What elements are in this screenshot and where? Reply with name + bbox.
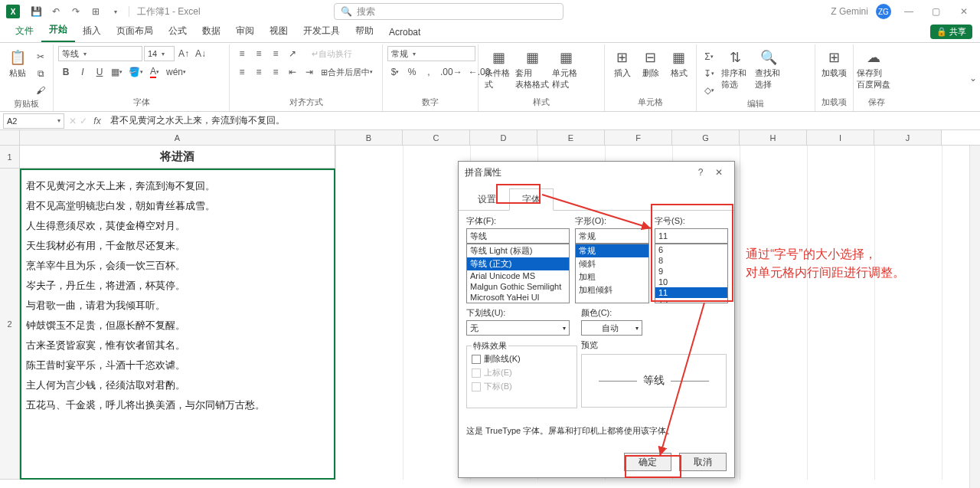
tab-home[interactable]: 开始 (41, 20, 75, 42)
col-header-b[interactable]: B (335, 130, 403, 145)
format-painter-button[interactable]: 🖌 (33, 83, 48, 98)
strikethrough-checkbox[interactable]: 删除线(K) (472, 353, 572, 365)
close-button[interactable]: ✕ (954, 2, 974, 21)
comma-button[interactable]: , (421, 64, 436, 80)
list-item[interactable]: 等线 Light (标题) (467, 244, 569, 257)
fill-color-button[interactable]: 🪣▾ (126, 64, 145, 80)
list-item[interactable]: 10 (655, 277, 727, 287)
formula-input[interactable]: 君不见黄河之水天上来，奔流到海不复回。 (106, 114, 980, 127)
list-item[interactable]: 常规 (576, 244, 648, 257)
cell-styles-button[interactable]: ▦单元格样式 (550, 46, 581, 93)
list-item[interactable]: Malgun Gothic Semilight (467, 281, 569, 292)
tab-layout[interactable]: 页面布局 (109, 21, 161, 42)
addins-button[interactable]: ⊞加载项 (820, 46, 848, 82)
qat-more-icon[interactable]: ⊞ (87, 2, 105, 21)
dialog-titlebar[interactable]: 拼音属性 ? ✕ (459, 162, 734, 183)
dialog-help-button[interactable]: ? (691, 167, 710, 178)
delete-button[interactable]: ⊟删除 (638, 46, 663, 82)
paste-button[interactable]: 📋 粘贴 (5, 46, 30, 82)
autosum-button[interactable]: Σ▾ (701, 49, 717, 64)
copy-button[interactable]: ⧉ (33, 66, 48, 81)
tab-insert[interactable]: 插入 (75, 21, 109, 42)
increase-decimal-button[interactable]: .00→ (438, 64, 465, 80)
dialog-close-button[interactable]: ✕ (710, 167, 728, 178)
col-header-a[interactable]: A (20, 130, 335, 145)
list-item[interactable]: 8 (655, 255, 727, 266)
indent-right-button[interactable]: ⇥ (302, 64, 317, 80)
col-header-i[interactable]: I (807, 130, 874, 145)
enter-formula-icon[interactable]: ✓ (78, 116, 89, 126)
merge-center-button[interactable]: ⊞ 合并后居中 ▾ (318, 64, 375, 80)
color-select[interactable]: 自动▾ (581, 320, 642, 336)
list-item[interactable]: 6 (655, 244, 727, 255)
phonetic-button[interactable]: wén▾ (164, 64, 188, 80)
undo-icon[interactable]: ↶ (47, 2, 65, 21)
list-item[interactable]: Microsoft YaHei UI Light (467, 303, 569, 303)
number-format-select[interactable]: 常规▾ (387, 46, 475, 61)
fx-button[interactable]: fx (89, 116, 106, 126)
name-box[interactable]: A2▾ (3, 113, 64, 129)
table-format-button[interactable]: ▦套用 表格格式 (517, 46, 547, 93)
list-item[interactable]: Arial Unicode MS (467, 270, 569, 281)
border-button[interactable]: ▦▾ (109, 64, 125, 80)
col-header-d[interactable]: D (470, 130, 537, 145)
format-button[interactable]: ▦格式 (666, 46, 691, 82)
cancel-formula-icon[interactable]: ✕ (67, 116, 78, 126)
increase-font-button[interactable]: A↑ (176, 46, 191, 61)
row-header-2[interactable]: 2 (0, 169, 20, 480)
ok-button[interactable]: 确定 (624, 453, 671, 471)
conditional-format-button[interactable]: ▦条件格式 (483, 46, 514, 93)
font-size-input[interactable]: 11 (655, 228, 728, 244)
italic-button[interactable]: I (75, 64, 90, 80)
redo-icon[interactable]: ↷ (67, 2, 85, 21)
col-header-g[interactable]: G (672, 130, 740, 145)
list-item[interactable]: 等线 (正文) (467, 257, 569, 270)
list-item[interactable]: Microsoft YaHei UI (467, 292, 569, 303)
align-right-button[interactable]: ≡ (268, 64, 283, 80)
select-all-corner[interactable] (0, 130, 20, 145)
align-bottom-button[interactable]: ≡ (268, 46, 283, 61)
font-style-list[interactable]: 常规倾斜加粗加粗倾斜 (575, 244, 649, 303)
dialog-tab-settings[interactable]: 设置 (465, 188, 509, 211)
col-header-j[interactable]: J (874, 130, 942, 145)
cut-button[interactable]: ✂ (33, 49, 48, 64)
clear-button[interactable]: ◇▾ (701, 83, 717, 98)
underline-select[interactable]: 无▾ (466, 320, 570, 336)
dialog-tab-font[interactable]: 字体 (509, 188, 554, 211)
bold-button[interactable]: B (58, 64, 74, 80)
tab-review[interactable]: 审阅 (228, 21, 262, 42)
list-item[interactable]: 12 (655, 298, 727, 303)
list-item[interactable]: 加粗倾斜 (576, 283, 648, 296)
cell-a2[interactable]: 君不见黄河之水天上来，奔流到海不复回。君不见高堂明镜悲白发，朝如青丝暮成雪。人生… (20, 169, 335, 480)
accounting-button[interactable]: $▾ (387, 64, 403, 80)
insert-button[interactable]: ⊞插入 (609, 46, 635, 82)
sort-filter-button[interactable]: ⇅排序和筛选 (720, 46, 750, 93)
align-top-button[interactable]: ≡ (234, 46, 250, 61)
percent-button[interactable]: % (404, 64, 420, 80)
list-item[interactable]: 9 (655, 266, 727, 277)
font-name-list[interactable]: 等线 Light (标题)等线 (正文)Arial Unicode MSMalg… (466, 244, 570, 303)
tab-developer[interactable]: 开发工具 (296, 21, 348, 42)
fill-button[interactable]: ↧▾ (701, 66, 717, 81)
decrease-font-button[interactable]: A↓ (193, 46, 208, 61)
cancel-button[interactable]: 取消 (679, 453, 727, 471)
align-center-button[interactable]: ≡ (251, 64, 266, 80)
font-size-select[interactable]: 14▾ (144, 46, 175, 61)
list-item[interactable]: 加粗 (576, 270, 648, 283)
tab-view[interactable]: 视图 (262, 21, 296, 42)
font-color-button[interactable]: A▾ (147, 64, 162, 80)
save-icon[interactable]: 💾 (27, 2, 45, 21)
align-left-button[interactable]: ≡ (234, 64, 250, 80)
indent-left-button[interactable]: ⇤ (285, 64, 300, 80)
font-name-select[interactable]: 等线▾ (58, 46, 142, 61)
chevron-down-icon[interactable]: ▾ (106, 2, 125, 21)
search-box[interactable]: 🔍 搜索 (334, 3, 564, 20)
font-name-input[interactable]: 等线 (466, 228, 570, 244)
tab-formulas[interactable]: 公式 (161, 21, 194, 42)
underline-button[interactable]: U (92, 64, 107, 80)
avatar[interactable]: ZG (876, 4, 891, 19)
col-header-c[interactable]: C (403, 130, 470, 145)
maximize-button[interactable]: ▢ (926, 2, 946, 21)
wrap-text-button[interactable]: ↵ 自动换行 (309, 46, 354, 61)
orientation-button[interactable]: ↗ (285, 46, 300, 61)
